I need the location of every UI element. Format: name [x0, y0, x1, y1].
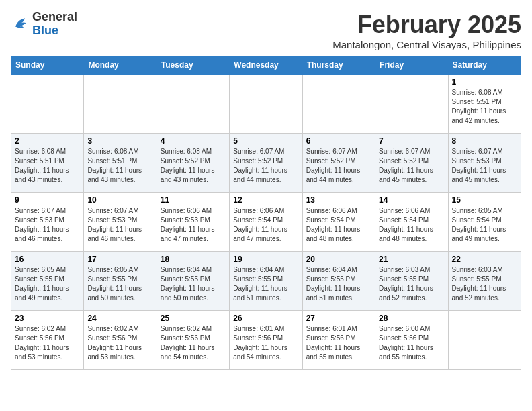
- day-info: Sunrise: 6:02 AM Sunset: 5:56 PM Dayligh…: [15, 324, 80, 362]
- title-block: February 2025 Mantalongon, Central Visay…: [332, 11, 521, 50]
- day-info: Sunrise: 6:07 AM Sunset: 5:52 PM Dayligh…: [306, 147, 371, 185]
- day-number: 14: [379, 195, 444, 205]
- day-number: 27: [306, 314, 371, 323]
- logo-bird-icon: [11, 15, 30, 34]
- day-number: 18: [161, 255, 226, 264]
- calendar-week-row: 23Sunrise: 6:02 AM Sunset: 5:56 PM Dayli…: [11, 311, 521, 370]
- calendar-cell: 18Sunrise: 6:04 AM Sunset: 5:55 PM Dayli…: [157, 252, 229, 311]
- day-number: 28: [379, 314, 444, 323]
- calendar-table: SundayMondayTuesdayWednesdayThursdayFrid…: [11, 56, 521, 370]
- weekday-header: Monday: [84, 56, 157, 75]
- day-number: 3: [87, 136, 152, 146]
- logo-general-text: General: [32, 11, 77, 24]
- day-number: 15: [452, 195, 517, 205]
- calendar-cell: 25Sunrise: 6:02 AM Sunset: 5:56 PM Dayli…: [157, 311, 229, 370]
- day-number: 26: [233, 314, 298, 323]
- day-number: 12: [233, 195, 298, 205]
- day-info: Sunrise: 6:03 AM Sunset: 5:55 PM Dayligh…: [379, 265, 444, 303]
- day-number: 20: [306, 255, 371, 264]
- day-info: Sunrise: 6:05 AM Sunset: 5:54 PM Dayligh…: [452, 206, 517, 244]
- calendar-week-row: 1Sunrise: 6:08 AM Sunset: 5:51 PM Daylig…: [11, 75, 521, 134]
- day-info: Sunrise: 6:04 AM Sunset: 5:55 PM Dayligh…: [233, 265, 298, 303]
- calendar-cell: 14Sunrise: 6:06 AM Sunset: 5:54 PM Dayli…: [375, 193, 448, 252]
- day-info: Sunrise: 6:02 AM Sunset: 5:56 PM Dayligh…: [161, 324, 226, 362]
- day-number: 1: [452, 77, 517, 87]
- calendar-cell: 6Sunrise: 6:07 AM Sunset: 5:52 PM Daylig…: [302, 134, 375, 193]
- weekday-header: Thursday: [302, 56, 375, 75]
- day-info: Sunrise: 6:06 AM Sunset: 5:54 PM Dayligh…: [306, 206, 371, 244]
- day-number: 2: [15, 136, 80, 146]
- calendar-cell: 17Sunrise: 6:05 AM Sunset: 5:55 PM Dayli…: [84, 252, 157, 311]
- logo: General Blue: [11, 11, 77, 38]
- calendar-cell: 24Sunrise: 6:02 AM Sunset: 5:56 PM Dayli…: [84, 311, 157, 370]
- calendar-cell: [11, 75, 84, 134]
- calendar-cell: 19Sunrise: 6:04 AM Sunset: 5:55 PM Dayli…: [230, 252, 302, 311]
- day-number: 21: [379, 255, 444, 264]
- weekday-header: Tuesday: [157, 56, 229, 75]
- day-info: Sunrise: 6:07 AM Sunset: 5:53 PM Dayligh…: [15, 206, 80, 244]
- day-number: 5: [233, 136, 298, 146]
- calendar-cell: 13Sunrise: 6:06 AM Sunset: 5:54 PM Dayli…: [302, 193, 375, 252]
- day-number: 8: [452, 136, 517, 146]
- day-info: Sunrise: 6:05 AM Sunset: 5:55 PM Dayligh…: [15, 265, 80, 303]
- day-number: 17: [87, 255, 152, 264]
- calendar-cell: 20Sunrise: 6:04 AM Sunset: 5:55 PM Dayli…: [302, 252, 375, 311]
- day-info: Sunrise: 6:05 AM Sunset: 5:55 PM Dayligh…: [87, 265, 152, 303]
- day-number: 16: [15, 255, 80, 264]
- calendar-cell: 15Sunrise: 6:05 AM Sunset: 5:54 PM Dayli…: [448, 193, 521, 252]
- day-info: Sunrise: 6:07 AM Sunset: 5:53 PM Dayligh…: [87, 206, 152, 244]
- calendar-week-row: 9Sunrise: 6:07 AM Sunset: 5:53 PM Daylig…: [11, 193, 521, 252]
- calendar-cell: 2Sunrise: 6:08 AM Sunset: 5:51 PM Daylig…: [11, 134, 84, 193]
- calendar-cell: 23Sunrise: 6:02 AM Sunset: 5:56 PM Dayli…: [11, 311, 84, 370]
- calendar-cell: 9Sunrise: 6:07 AM Sunset: 5:53 PM Daylig…: [11, 193, 84, 252]
- day-number: 7: [379, 136, 444, 146]
- page-header: General Blue February 2025 Mantalongon, …: [11, 11, 521, 50]
- calendar-cell: 7Sunrise: 6:07 AM Sunset: 5:52 PM Daylig…: [375, 134, 448, 193]
- calendar-week-row: 2Sunrise: 6:08 AM Sunset: 5:51 PM Daylig…: [11, 134, 521, 193]
- day-number: 24: [87, 314, 152, 323]
- weekday-header: Wednesday: [230, 56, 302, 75]
- location-text: Mantalongon, Central Visayas, Philippine…: [332, 39, 521, 50]
- calendar-cell: [375, 75, 448, 134]
- calendar-cell: [448, 311, 521, 370]
- day-number: 23: [15, 314, 80, 323]
- day-info: Sunrise: 6:07 AM Sunset: 5:53 PM Dayligh…: [452, 147, 517, 185]
- calendar-cell: 12Sunrise: 6:06 AM Sunset: 5:54 PM Dayli…: [230, 193, 302, 252]
- day-info: Sunrise: 6:08 AM Sunset: 5:51 PM Dayligh…: [15, 147, 80, 185]
- calendar-cell: 28Sunrise: 6:00 AM Sunset: 5:56 PM Dayli…: [375, 311, 448, 370]
- day-info: Sunrise: 6:06 AM Sunset: 5:54 PM Dayligh…: [233, 206, 298, 244]
- day-number: 4: [161, 136, 226, 146]
- day-info: Sunrise: 6:01 AM Sunset: 5:56 PM Dayligh…: [306, 324, 371, 362]
- calendar-cell: 11Sunrise: 6:06 AM Sunset: 5:53 PM Dayli…: [157, 193, 229, 252]
- weekday-header: Friday: [375, 56, 448, 75]
- day-number: 6: [306, 136, 371, 146]
- calendar-cell: 8Sunrise: 6:07 AM Sunset: 5:53 PM Daylig…: [448, 134, 521, 193]
- weekday-header: Saturday: [448, 56, 521, 75]
- calendar-cell: 4Sunrise: 6:08 AM Sunset: 5:52 PM Daylig…: [157, 134, 229, 193]
- calendar-cell: 5Sunrise: 6:07 AM Sunset: 5:52 PM Daylig…: [230, 134, 302, 193]
- calendar-cell: 22Sunrise: 6:03 AM Sunset: 5:55 PM Dayli…: [448, 252, 521, 311]
- calendar-cell: 1Sunrise: 6:08 AM Sunset: 5:51 PM Daylig…: [448, 75, 521, 134]
- day-number: 9: [15, 195, 80, 205]
- day-info: Sunrise: 6:08 AM Sunset: 5:51 PM Dayligh…: [87, 147, 152, 185]
- day-info: Sunrise: 6:07 AM Sunset: 5:52 PM Dayligh…: [233, 147, 298, 185]
- day-number: 13: [306, 195, 371, 205]
- calendar-cell: 21Sunrise: 6:03 AM Sunset: 5:55 PM Dayli…: [375, 252, 448, 311]
- day-info: Sunrise: 6:04 AM Sunset: 5:55 PM Dayligh…: [161, 265, 226, 303]
- day-number: 25: [161, 314, 226, 323]
- day-info: Sunrise: 6:08 AM Sunset: 5:52 PM Dayligh…: [161, 147, 226, 185]
- calendar-cell: 26Sunrise: 6:01 AM Sunset: 5:56 PM Dayli…: [230, 311, 302, 370]
- weekday-header: Sunday: [11, 56, 84, 75]
- day-info: Sunrise: 6:01 AM Sunset: 5:56 PM Dayligh…: [233, 324, 298, 362]
- day-number: 19: [233, 255, 298, 264]
- day-info: Sunrise: 6:08 AM Sunset: 5:51 PM Dayligh…: [452, 88, 517, 126]
- day-info: Sunrise: 6:04 AM Sunset: 5:55 PM Dayligh…: [306, 265, 371, 303]
- calendar-week-row: 16Sunrise: 6:05 AM Sunset: 5:55 PM Dayli…: [11, 252, 521, 311]
- calendar-cell: 16Sunrise: 6:05 AM Sunset: 5:55 PM Dayli…: [11, 252, 84, 311]
- day-number: 10: [87, 195, 152, 205]
- calendar-cell: 27Sunrise: 6:01 AM Sunset: 5:56 PM Dayli…: [302, 311, 375, 370]
- calendar-cell: 10Sunrise: 6:07 AM Sunset: 5:53 PM Dayli…: [84, 193, 157, 252]
- month-title: February 2025: [332, 11, 521, 39]
- day-info: Sunrise: 6:07 AM Sunset: 5:52 PM Dayligh…: [379, 147, 444, 185]
- day-info: Sunrise: 6:03 AM Sunset: 5:55 PM Dayligh…: [452, 265, 517, 303]
